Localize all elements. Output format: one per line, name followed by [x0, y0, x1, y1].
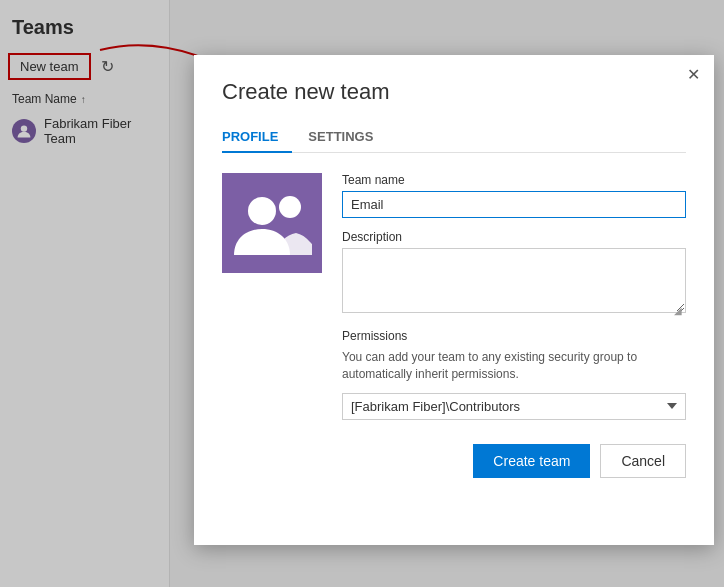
team-photo[interactable] — [222, 173, 322, 273]
permissions-select[interactable]: [Fabrikam Fiber]\Contributors [Fabrikam … — [342, 393, 686, 420]
modal-overlay: ✕ Create new team PROFILE SETTINGS Team … — [0, 0, 724, 587]
team-name-input[interactable] — [342, 191, 686, 218]
create-team-button[interactable]: Create team — [473, 444, 590, 478]
description-input[interactable] — [342, 248, 686, 313]
description-label: Description — [342, 230, 686, 244]
tab-settings[interactable]: SETTINGS — [308, 121, 387, 152]
svg-point-3 — [279, 196, 301, 218]
resize-handle-icon: ◢ — [674, 305, 684, 315]
form-section: Team name Description ◢ Permissions You … — [342, 173, 686, 420]
description-wrapper: ◢ — [342, 248, 686, 329]
tab-profile[interactable]: PROFILE — [222, 121, 292, 152]
modal-tabs: PROFILE SETTINGS — [222, 121, 686, 153]
modal-footer: Create team Cancel — [222, 444, 686, 478]
svg-point-2 — [248, 197, 276, 225]
permissions-label: Permissions — [342, 329, 686, 343]
modal-title: Create new team — [222, 79, 686, 105]
cancel-button[interactable]: Cancel — [600, 444, 686, 478]
create-team-modal: ✕ Create new team PROFILE SETTINGS Team … — [194, 55, 714, 545]
permissions-description: You can add your team to any existing se… — [342, 349, 686, 383]
profile-section: Team name Description ◢ Permissions You … — [222, 173, 686, 420]
team-name-label: Team name — [342, 173, 686, 187]
close-button[interactable]: ✕ — [687, 67, 700, 83]
